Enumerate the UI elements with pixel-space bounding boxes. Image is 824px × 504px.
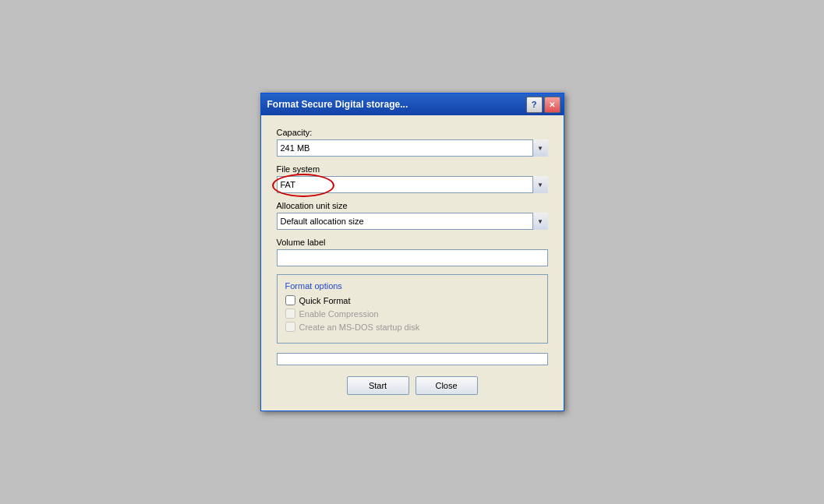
volume-label-input[interactable] [277,249,548,266]
create-msdos-row: Create an MS-DOS startup disk [285,322,539,332]
filesystem-select[interactable]: FAT [277,176,548,193]
create-msdos-checkbox[interactable] [285,322,295,332]
capacity-select[interactable]: 241 MB [277,139,548,157]
filesystem-select-wrapper: FAT [277,176,548,193]
allocation-label: Allocation unit size [277,201,548,210]
enable-compression-row: Enable Compression [285,308,539,319]
dialog-content: Capacity: 241 MB File system FAT Allocat… [261,115,564,411]
quick-format-label[interactable]: Quick Format [299,296,351,305]
quick-format-row: Quick Format [285,295,539,305]
capacity-label: Capacity: [277,128,548,137]
format-options-legend: Format options [285,281,539,291]
filesystem-label: File system [277,164,548,174]
progress-bar-container [277,353,548,365]
close-title-button[interactable]: ✕ [544,97,561,113]
allocation-select-wrapper: Default allocation size [277,213,548,230]
help-button[interactable]: ? [526,97,543,113]
format-dialog: Format Secure Digital storage... ? ✕ Cap… [260,93,564,411]
enable-compression-checkbox[interactable] [285,308,295,319]
format-options-group: Format options Quick Format Enable Compr… [277,274,548,344]
capacity-select-wrapper: 241 MB [277,139,548,157]
allocation-select[interactable]: Default allocation size [277,213,548,230]
enable-compression-label: Enable Compression [299,309,379,319]
volume-label-label: Volume label [277,238,548,247]
start-button[interactable]: Start [347,376,409,395]
quick-format-checkbox[interactable] [285,295,295,305]
volume-label-group: Volume label [277,238,548,266]
allocation-group: Allocation unit size Default allocation … [277,201,548,230]
dialog-title: Format Secure Digital storage... [267,99,408,110]
title-bar-buttons: ? ✕ [526,97,561,113]
capacity-group: Capacity: 241 MB [277,128,548,157]
close-button[interactable]: Close [416,376,478,395]
title-bar: Format Secure Digital storage... ? ✕ [261,93,564,115]
dialog-buttons: Start Close [277,376,548,398]
filesystem-group: File system FAT [277,164,548,193]
create-msdos-label: Create an MS-DOS startup disk [299,322,420,332]
